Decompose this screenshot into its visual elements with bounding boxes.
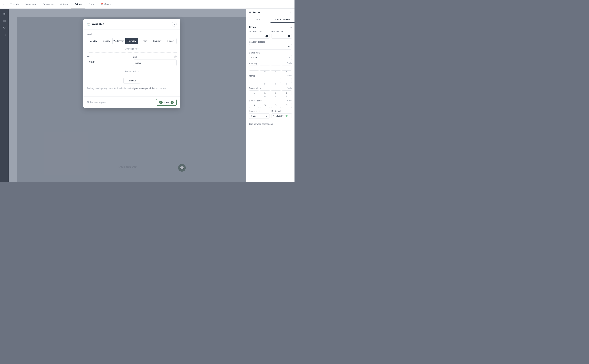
day-tab-monday[interactable]: Monday	[87, 38, 100, 44]
start-label: Start	[87, 55, 130, 58]
padding-r-input[interactable]	[282, 65, 292, 71]
border-style-color-row: Border style Solid ∨ Border color #76c59…	[249, 110, 292, 121]
add-slot-button[interactable]: Add slot	[123, 78, 140, 84]
border-radius-section: Border radius Pixels 5 5 5 5	[249, 99, 292, 108]
gradient-row: Gradient start Gradient end	[249, 30, 292, 39]
close-icon: ×	[173, 23, 175, 26]
border-style-select[interactable]: Solid ∨	[249, 113, 270, 119]
day-tab-tuesday[interactable]: Tuesday	[100, 38, 113, 44]
padding-r-label: R	[282, 71, 292, 72]
sidebar-icon-layers[interactable]: ◫	[1, 18, 7, 24]
background-value: #f3f4f6	[251, 56, 258, 59]
tab-closed[interactable]: 📅 Closed	[97, 0, 115, 8]
calendar-icon: 📅	[101, 3, 103, 5]
border-style-label: Border style	[249, 110, 270, 112]
border-width-t-label: T	[249, 95, 259, 97]
background-clear-icon[interactable]: ×	[289, 56, 290, 59]
grid-icon: ⊞	[3, 12, 6, 15]
tab-article[interactable]: Article	[71, 0, 85, 8]
panel-collapse-icon[interactable]: ∧	[290, 11, 292, 14]
modal-close-button[interactable]: ×	[172, 22, 177, 26]
rp-tab-closed-section[interactable]: Closed section	[271, 16, 295, 23]
end-label: End	[133, 56, 137, 58]
day-tab-friday[interactable]: Friday	[138, 38, 151, 44]
rp-tab-edit[interactable]: Edit	[246, 16, 271, 23]
border-width-r-input[interactable]: 1	[282, 90, 292, 95]
add-tab-button[interactable]: +	[288, 0, 294, 9]
gradient-end-input[interactable]	[271, 34, 292, 39]
border-width-grid: 1 T 1 B 1 L 1 R	[249, 90, 292, 97]
gap-between-section: Gap between components	[249, 123, 292, 125]
section-icon: ⊞	[249, 11, 251, 14]
border-style-chevron-icon: ∨	[266, 115, 268, 117]
modal-title: Available	[92, 23, 170, 26]
padding-b-input[interactable]	[260, 65, 270, 71]
border-radius-bl-input[interactable]: 5	[271, 103, 281, 108]
tab-articles[interactable]: Articles	[57, 0, 71, 8]
padding-pixels-label: Pixels	[287, 62, 292, 64]
border-radius-bl-field: 5	[271, 103, 281, 108]
padding-t-input[interactable]	[249, 65, 259, 71]
border-style-field: Border style Solid ∨	[249, 110, 270, 121]
day-tabs: Monday Tuesday Wednesday Thursday Friday	[87, 38, 177, 44]
gradient-direction-select[interactable]: ∨	[249, 44, 292, 50]
margin-section: Margin Pixels T B L	[249, 75, 292, 85]
tab-categories[interactable]: Categories	[39, 0, 57, 8]
save-button[interactable]: ✓ Save 8	[156, 99, 177, 106]
border-width-t-input[interactable]: 1	[249, 90, 259, 95]
margin-grid: T B L R	[249, 78, 292, 85]
end-time-input[interactable]	[133, 59, 177, 66]
padding-r-field: R	[282, 65, 292, 72]
border-color-input[interactable]: #76c592 ×	[271, 113, 292, 118]
modal-footer: All fields are required ✓ Save 8	[83, 97, 180, 108]
gradient-start-input[interactable]	[249, 34, 270, 39]
padding-section: Padding Pixels T B L	[249, 62, 292, 72]
modal-overlay: 🕐 Available × Week Monday Tuesday	[17, 17, 246, 182]
day-tab-wednesday[interactable]: Wednesday	[113, 38, 125, 44]
sidebar-icon-components[interactable]: ⋮⋮	[1, 32, 7, 38]
tab-threads[interactable]: Threads	[7, 0, 22, 8]
padding-l-field: L	[271, 65, 281, 72]
styles-chevron[interactable]: ∧	[290, 26, 292, 28]
border-width-b-field: 1 B	[260, 90, 270, 97]
border-radius-label: Border radius	[249, 99, 262, 102]
border-radius-tl-input[interactable]: 5	[249, 103, 259, 108]
styles-section-header: Styles ∧	[249, 26, 292, 28]
day-tab-thursday[interactable]: Thursday	[125, 38, 138, 44]
margin-pixels-label: Pixels	[287, 75, 292, 77]
tab-messages[interactable]: Messages	[22, 0, 39, 8]
border-width-b-input[interactable]: 1	[260, 90, 270, 95]
right-panel-title: ⊞ Section	[249, 11, 261, 14]
info-icon[interactable]: ⓘ	[174, 55, 177, 58]
margin-b-field: B	[260, 78, 270, 85]
styles-section: Styles ∧ Gradient start Gradient end	[246, 23, 294, 129]
margin-t-input[interactable]	[249, 78, 259, 83]
day-tab-saturday[interactable]: Saturday	[151, 38, 164, 44]
padding-l-input[interactable]	[271, 65, 281, 71]
border-color-label: Border color	[271, 110, 292, 112]
layers-icon: ◫	[3, 19, 6, 22]
day-tab-sunday[interactable]: Sunday	[164, 38, 176, 44]
border-radius-br-input[interactable]: 5	[282, 103, 292, 108]
add-more-slots-label: Add more slots	[87, 68, 177, 75]
tab-form[interactable]: Form	[85, 0, 97, 8]
sidebar-icon-grid[interactable]: ⊞	[1, 10, 7, 17]
border-width-l-input[interactable]: 1	[271, 90, 281, 95]
border-color-clear-icon[interactable]: ×	[282, 115, 284, 117]
border-style-value: Solid	[251, 115, 256, 117]
available-modal: 🕐 Available × Week Monday Tuesday	[83, 19, 180, 108]
left-sidebar: ⊞ ◫ <> ⋮⋮	[0, 9, 9, 182]
modal-note-bold: you are responsible	[134, 87, 154, 90]
start-time-input[interactable]	[87, 59, 130, 65]
border-width-r-label: R	[282, 95, 292, 97]
margin-l-input[interactable]	[271, 78, 281, 83]
margin-r-input[interactable]	[282, 78, 292, 83]
main-content: + Add a component 💬 ⊞ Section ∧ Edit Clo…	[9, 9, 294, 182]
background-input[interactable]: #f3f4f6 ×	[249, 55, 292, 60]
nav-back-button[interactable]: ‹	[0, 0, 7, 9]
gradient-start-color-dot	[265, 35, 268, 37]
required-label: All fields are required	[87, 101, 106, 104]
margin-b-input[interactable]	[260, 78, 270, 83]
border-radius-tr-input[interactable]: 5	[260, 103, 270, 108]
sidebar-icon-code[interactable]: <>	[1, 25, 7, 31]
